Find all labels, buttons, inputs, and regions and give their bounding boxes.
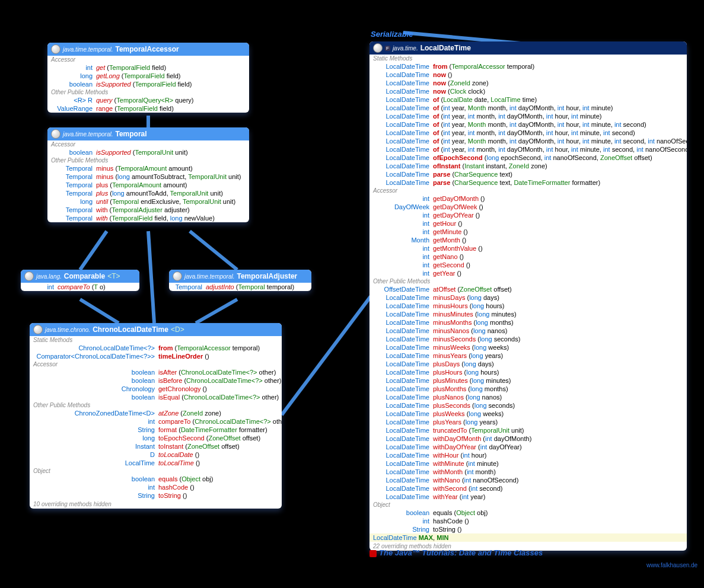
- method-row: LocalDateTimewithYear (int year): [369, 493, 687, 501]
- box-header: java.time.temporal.TemporalAccessor: [47, 43, 249, 56]
- section-label: Static Methods: [369, 55, 687, 62]
- box-temporal-adjuster: java.time.temporal.TemporalAdjusterTempo…: [169, 270, 311, 291]
- method-row: LocalDateTimeof (int year, int month, in…: [369, 145, 687, 154]
- method-row: LocalDateTimewithHour (int hour): [369, 451, 687, 459]
- box-localdatetime: Fjava.time.LocalDateTimeStatic MethodsLo…: [369, 41, 687, 551]
- method-row: LocalDateTimeminusDays (long days): [369, 293, 687, 302]
- method-row: LocalDateTimewithMinute (int minute): [369, 459, 687, 468]
- section-label: Other Public Methods: [47, 88, 249, 96]
- method-row: LocalDateTimeof (int year, int month, in…: [369, 112, 687, 120]
- method-row: StringtoString (): [369, 525, 687, 533]
- method-row: LocalDateTimewithMonth (int month): [369, 468, 687, 476]
- box-header: Fjava.time.LocalDateTime: [369, 41, 687, 55]
- method-row: LocalDateTimeplusHours (long hours): [369, 368, 687, 376]
- method-row: longuntil (Temporal endExclusive, Tempor…: [47, 197, 249, 206]
- method-row: intcompareTo (T o): [21, 283, 139, 291]
- class-icon: [24, 271, 34, 281]
- method-row: Temporalminus (TemporalAmount amount): [47, 164, 249, 172]
- section-label: Other Public Methods: [369, 277, 687, 285]
- method-row: booleanisSupported (TemporalField field): [47, 80, 249, 88]
- method-row: intgetMinute (): [369, 228, 687, 236]
- method-row: LocalDateTimeminusYears (long years): [369, 351, 687, 360]
- method-row: LocalDateTimeparse (CharSequence text): [369, 170, 687, 178]
- method-row: inthashCode (): [369, 517, 687, 525]
- method-row: MonthgetMonth (): [369, 236, 687, 244]
- override-note: 10 overriding methods hidden: [30, 500, 282, 509]
- method-row: LocalDateTimewithNano (int nanoOfSecond): [369, 476, 687, 484]
- section-label: Other Public Methods: [30, 401, 282, 409]
- method-row: intgetMonthValue (): [369, 244, 687, 253]
- method-row: LocalDateTimeparse (CharSequence text, D…: [369, 178, 687, 187]
- section-label: Other Public Methods: [47, 156, 249, 164]
- method-row: intgetHour (): [369, 219, 687, 228]
- method-row: intgetSecond (): [369, 261, 687, 269]
- method-row: booleanequals (Object obj): [30, 475, 282, 483]
- method-row: OffsetDateTimeatOffset (ZoneOffset offse…: [369, 285, 687, 293]
- method-row: Temporalwith (TemporalField field, long …: [47, 214, 249, 222]
- method-row: LocalDateTimenow (ZoneId zone): [369, 79, 687, 87]
- method-row: LocalDateTimeminusMinutes (long minutes): [369, 310, 687, 318]
- method-row: longgetLong (TemporalField field): [47, 72, 249, 80]
- class-icon: [51, 129, 60, 139]
- section-label: Accessor: [47, 140, 249, 148]
- section-label: Accessor: [47, 56, 249, 63]
- method-row: longtoEpochSecond (ZoneOffset offset): [30, 434, 282, 442]
- method-row: LocalDateTimeof (int year, Month month, …: [369, 104, 687, 112]
- method-row: LocalDateTimenow (Clock clock): [369, 87, 687, 95]
- method-row: LocalDateTimeof (int year, int month, in…: [369, 129, 687, 137]
- method-row: ChronoZonedDateTime<D>atZone (ZoneId zon…: [30, 409, 282, 417]
- section-label: Static Methods: [30, 336, 282, 344]
- method-row: Temporalminus (long amountToSubtract, Te…: [47, 172, 249, 181]
- method-row: Temporalwith (TemporalAdjuster adjuster): [47, 206, 249, 214]
- box-chrono: java.time.chrono.ChronoLocalDateTime<D>S…: [30, 323, 282, 509]
- method-row: ValueRangerange (TemporalField field): [47, 104, 249, 113]
- fields-row: LocalDateTime MAX, MIN: [369, 533, 687, 542]
- method-row: LocalDateTimeplusMinutes (long minutes): [369, 376, 687, 385]
- method-row: intgetDayOfMonth (): [369, 194, 687, 203]
- method-row: LocalDateTimeplusDays (long days): [369, 360, 687, 368]
- method-row: intgetNano (): [369, 253, 687, 261]
- method-row: Temporalplus (TemporalAmount amount): [47, 181, 249, 189]
- method-row: intcompareTo (ChronoLocalDateTime<?> oth…: [30, 417, 282, 426]
- box-temporal-accessor: java.time.temporal.TemporalAccessorAcces…: [47, 43, 249, 113]
- method-row: LocalDateTimeminusNanos (long nanos): [369, 327, 687, 335]
- method-row: ChronologygetChronology (): [30, 385, 282, 393]
- method-row: LocalDateTimeofInstant (Instant instant,…: [369, 162, 687, 170]
- method-row: LocalDateTimeminusSeconds (long seconds): [369, 335, 687, 343]
- method-row: intgetYear (): [369, 269, 687, 277]
- method-row: inthashCode (): [30, 483, 282, 491]
- method-row: Stringformat (DateTimeFormatter formatte…: [30, 426, 282, 434]
- method-row: TemporaladjustInto (Temporal temporal): [169, 283, 311, 291]
- method-row: LocalDateTimeminusWeeks (long weeks): [369, 343, 687, 351]
- method-row: LocalTimetoLocalTime (): [30, 459, 282, 467]
- method-row: intgetDayOfYear (): [369, 211, 687, 219]
- method-row: LocalDateTimeof (int year, Month month, …: [369, 137, 687, 145]
- method-row: booleanisBefore (ChronoLocalDateTime<?> …: [30, 376, 282, 385]
- method-row: <R> Rquery (TemporalQuery<R> query): [47, 96, 249, 104]
- box-temporal: java.time.temporal.TemporalAccessorboole…: [47, 127, 249, 222]
- footer-credit[interactable]: www.falkhausen.de: [646, 562, 697, 568]
- method-row: ChronoLocalDateTime<?>from (TemporalAcce…: [30, 344, 282, 352]
- method-row: LocalDateTimeplusSeconds (long seconds): [369, 401, 687, 410]
- section-label: Accessor: [369, 187, 687, 194]
- class-icon: [173, 271, 182, 281]
- method-row: LocalDateTimeplusYears (long years): [369, 418, 687, 426]
- method-row: LocalDateTimewithSecond (int second): [369, 484, 687, 493]
- method-row: LocalDateTimeplusMonths (long months): [369, 385, 687, 393]
- section-label: Object: [30, 467, 282, 475]
- class-icon: [373, 43, 383, 53]
- method-row: InstanttoInstant (ZoneOffset offset): [30, 442, 282, 450]
- class-icon: [51, 44, 60, 54]
- method-row: LocalDateTimetruncatedTo (TemporalUnit u…: [369, 426, 687, 434]
- method-row: Comparator<ChronoLocalDateTime<?>>timeLi…: [30, 352, 282, 360]
- oracle-icon: [369, 550, 377, 557]
- footer-link[interactable]: The Java™ Tutorials: Date and Time Class…: [369, 548, 543, 557]
- method-row: LocalDateTimenow (): [369, 71, 687, 79]
- method-row: StringtoString (): [30, 491, 282, 500]
- box-header: java.time.temporal.Temporal: [47, 127, 249, 140]
- method-row: LocalDateTimeminusMonths (long months): [369, 318, 687, 327]
- box-header: java.time.temporal.TemporalAdjuster: [169, 270, 311, 283]
- method-row: LocalDateTimeplusWeeks (long weeks): [369, 410, 687, 418]
- method-row: booleanisEqual (ChronoLocalDateTime<?> o…: [30, 393, 282, 401]
- method-row: DtoLocalDate (): [30, 450, 282, 459]
